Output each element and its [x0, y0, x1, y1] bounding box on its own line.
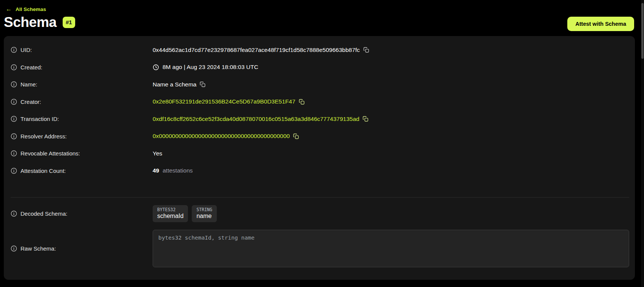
field-row-resolver-address: Resolver Address: 0x00000000000000000000… [11, 128, 629, 145]
copy-icon[interactable] [363, 47, 369, 53]
field-label: Resolver Address: [21, 133, 67, 140]
uid-value: 0x44d562ac1d7cd77e232978687fea027ace48f7… [153, 47, 360, 53]
info-icon [11, 168, 17, 174]
raw-schema-row: Raw Schema: bytes32 schemaId, string nam… [11, 230, 629, 267]
back-arrow-icon: ← [6, 6, 12, 12]
copy-icon[interactable] [299, 99, 305, 105]
clock-icon [153, 64, 159, 71]
field-row-uid: UID: 0x44d562ac1d7cd77e232978687fea027ac… [11, 41, 629, 59]
page-scrollbar [641, 0, 644, 287]
transaction-id-link[interactable]: 0xdf16c8cff2652c6ce52f3cda40d0878070016c… [153, 116, 359, 122]
info-icon [11, 210, 17, 217]
field-label: Decoded Schema: [21, 210, 67, 217]
field-row-revocable: Revocable Attestations: Yes [11, 145, 629, 162]
field-row-transaction-id: Transaction ID: 0xdf16c8cff2652c6ce52f3c… [11, 110, 629, 128]
chip-type-label: STRING [196, 207, 212, 212]
decoded-schema-chips: BYTES32 schemaId STRING name [153, 205, 629, 222]
creator-address-link[interactable]: 0x2e80F532191de291536B24Ce5D67a9B0D3E51F… [153, 98, 295, 105]
field-label: UID: [21, 47, 32, 53]
chip-field-name: schemaId [157, 213, 183, 220]
schema-detail-panel: UID: 0x44d562ac1d7cd77e232978687fea027ac… [4, 36, 635, 280]
info-icon [11, 245, 17, 252]
field-label: Transaction ID: [21, 116, 59, 122]
raw-schema-textarea[interactable]: bytes32 schemaId, string name [153, 230, 629, 267]
back-to-all-schemas-link[interactable]: ← All Schemas [6, 6, 46, 12]
copy-icon[interactable] [363, 116, 368, 122]
field-row-attestation-count: Attestation Count: 49 attestations [11, 162, 629, 180]
info-icon [11, 150, 17, 157]
info-icon [11, 81, 17, 88]
info-icon [11, 47, 17, 53]
revocable-value: Yes [153, 150, 162, 157]
info-icon [11, 99, 17, 105]
schema-name-value: Name a Schema [153, 81, 196, 88]
schema-number-badge: #1 [63, 17, 75, 28]
field-label: Attestation Count: [21, 168, 66, 174]
copy-icon[interactable] [293, 133, 299, 139]
info-icon [11, 116, 17, 122]
copy-icon[interactable] [200, 82, 205, 87]
page-title: Schema [4, 14, 57, 30]
field-label: Created: [21, 64, 43, 71]
attestations-link[interactable]: attestations [163, 167, 193, 174]
field-row-created: Created: 8M ago | Aug 23 2024 18:08:03 U… [11, 59, 629, 76]
schema-field-chip: BYTES32 schemaId [153, 205, 188, 222]
created-value: 8M ago | Aug 23 2024 18:08:03 UTC [163, 64, 258, 71]
info-icon [11, 133, 17, 140]
resolver-address-link[interactable]: 0x00000000000000000000000000000000000000… [153, 133, 290, 140]
chip-field-name: name [196, 213, 212, 220]
scrollbar-thumb[interactable] [641, 3, 644, 59]
chip-type-label: BYTES32 [157, 207, 183, 212]
decoded-schema-row: Decoded Schema: BYTES32 schemaId STRING … [11, 205, 629, 222]
info-icon [11, 64, 17, 71]
attest-with-schema-button[interactable]: Attest with Schema [567, 17, 634, 31]
field-label: Creator: [21, 99, 41, 105]
field-label: Raw Schema: [21, 245, 56, 252]
back-link-label: All Schemas [16, 6, 46, 12]
schema-field-chip: STRING name [192, 205, 217, 222]
field-row-name: Name: Name a Schema [11, 76, 629, 93]
attestation-count-value: 49 [153, 167, 159, 174]
section-divider [11, 197, 629, 198]
field-row-creator: Creator: 0x2e80F532191de291536B24Ce5D67a… [11, 93, 629, 111]
page-header: Schema #1 [4, 14, 75, 30]
field-label: Name: [21, 81, 37, 88]
field-label: Revocable Attestations: [21, 150, 80, 157]
